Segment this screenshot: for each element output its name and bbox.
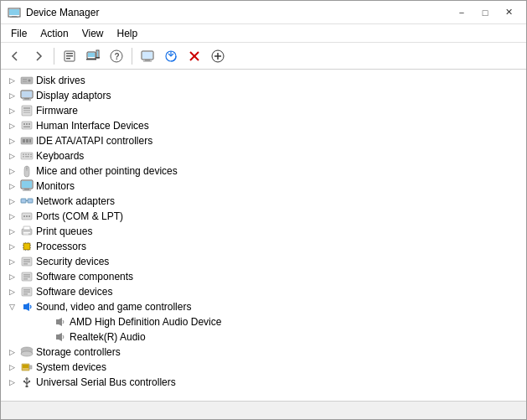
disk-drives-label: Disk drives xyxy=(36,75,85,86)
expand-system-devices[interactable]: ▷ xyxy=(6,361,18,373)
update-button[interactable] xyxy=(82,46,104,66)
tree-item-storage-controllers[interactable]: ▷ Storage controllers xyxy=(1,345,526,360)
display-button[interactable] xyxy=(137,46,158,66)
back-button[interactable] xyxy=(4,46,26,66)
svg-rect-36 xyxy=(23,110,30,111)
realtek-audio-label: Realtek(R) Audio xyxy=(70,331,146,343)
svg-rect-42 xyxy=(23,127,30,128)
svg-rect-61 xyxy=(21,199,26,203)
firmware-label: Firmware xyxy=(36,105,78,117)
menu-action[interactable]: Action xyxy=(34,26,75,41)
usb-controllers-icon xyxy=(20,376,34,389)
svg-rect-49 xyxy=(25,154,27,156)
tree-item-firmware[interactable]: ▷ Firmware xyxy=(1,103,526,118)
expand-firmware[interactable]: ▷ xyxy=(6,105,18,117)
svg-rect-5 xyxy=(66,53,73,54)
svg-rect-7 xyxy=(66,58,70,60)
expand-mice[interactable]: ▷ xyxy=(6,165,18,177)
expand-display-adaptors[interactable]: ▷ xyxy=(6,90,18,101)
expand-processors[interactable]: ▷ xyxy=(6,241,18,252)
menu-view[interactable]: View xyxy=(75,26,111,41)
remove-button[interactable] xyxy=(183,46,205,66)
menu-file[interactable]: File xyxy=(4,26,34,41)
tree-item-usb-controllers[interactable]: ▷ Universal Serial Bus controllers xyxy=(1,375,526,390)
tree-item-ports[interactable]: ▷ Ports (COM & LPT) xyxy=(1,209,526,224)
expand-security-devices[interactable]: ▷ xyxy=(6,256,18,267)
expand-keyboards[interactable]: ▷ xyxy=(6,150,18,162)
tree-item-disk-drives[interactable]: ▷ Disk drives xyxy=(1,73,526,88)
expand-network-adapters[interactable]: ▷ xyxy=(6,195,18,207)
expand-storage-controllers[interactable]: ▷ xyxy=(6,346,18,358)
title-bar: Device Manager − □ ✕ xyxy=(1,1,526,24)
tree-item-software-devices[interactable]: ▷ Software devices xyxy=(1,284,526,299)
svg-point-67 xyxy=(28,215,30,217)
expand-sound-video[interactable]: ▽ xyxy=(6,301,18,313)
svg-rect-83 xyxy=(23,259,30,261)
menu-help[interactable]: Help xyxy=(111,26,145,41)
expand-human-interface[interactable]: ▷ xyxy=(6,120,18,132)
svg-rect-58 xyxy=(22,181,32,188)
display-adaptors-label: Display adaptors xyxy=(36,90,111,101)
scan-button[interactable] xyxy=(160,46,182,66)
svg-point-66 xyxy=(26,215,28,217)
keyboards-icon xyxy=(20,149,34,163)
device-manager-window: Device Manager − □ ✕ File Action View He… xyxy=(0,0,527,420)
add-button[interactable] xyxy=(207,46,229,66)
monitors-label: Monitors xyxy=(36,180,75,192)
expand-ports[interactable]: ▷ xyxy=(6,210,18,222)
maximize-button[interactable]: □ xyxy=(474,5,496,20)
svg-rect-77 xyxy=(25,242,26,243)
forward-button[interactable] xyxy=(28,46,49,66)
svg-rect-92 xyxy=(23,292,30,293)
tree-item-sound-video[interactable]: ▽ Sound, video and game controllers xyxy=(1,299,526,314)
close-button[interactable]: ✕ xyxy=(498,5,519,20)
tree-item-display-adaptors[interactable]: ▷ Display adaptors xyxy=(1,88,526,103)
network-adapters-label: Network adapters xyxy=(36,195,115,207)
realtek-audio-icon xyxy=(54,330,67,344)
svg-rect-105 xyxy=(26,386,28,387)
tree-item-mice[interactable]: ▷ Mice and other pointing devices xyxy=(1,163,526,179)
svg-rect-75 xyxy=(30,245,31,246)
expand-ide-ata[interactable]: ▷ xyxy=(6,135,18,147)
tree-item-processors[interactable]: ▷ Processors xyxy=(1,239,526,254)
tree-item-realtek-audio[interactable]: Realtek(R) Audio xyxy=(1,329,526,345)
svg-rect-102 xyxy=(29,366,32,369)
storage-controllers-label: Storage controllers xyxy=(36,346,121,358)
svg-rect-28 xyxy=(23,79,27,80)
properties-button[interactable] xyxy=(59,46,80,66)
help-button[interactable]: ? xyxy=(106,46,127,66)
svg-rect-26 xyxy=(21,77,33,84)
tree-item-amd-audio[interactable]: AMD High Definition Audio Device xyxy=(1,314,526,329)
expand-print-queues[interactable]: ▷ xyxy=(6,226,18,237)
svg-text:?: ? xyxy=(115,52,120,61)
tree-item-ide-ata[interactable]: ▷ IDE ATA/ATAPI controllers xyxy=(1,133,526,148)
mice-icon xyxy=(20,164,34,178)
svg-rect-54 xyxy=(30,156,32,158)
minimize-button[interactable]: − xyxy=(451,5,473,20)
expand-disk-drives[interactable]: ▷ xyxy=(6,75,18,86)
tree-view[interactable]: ▷ Disk drives ▷ xyxy=(1,70,526,401)
svg-rect-52 xyxy=(23,156,24,158)
expand-monitors[interactable]: ▷ xyxy=(6,180,18,192)
expand-software-devices[interactable]: ▷ xyxy=(6,286,18,298)
svg-rect-93 xyxy=(23,293,28,295)
expand-software-components[interactable]: ▷ xyxy=(6,271,18,283)
tree-item-network-adapters[interactable]: ▷ Network adapters xyxy=(1,194,526,209)
tree-item-monitors[interactable]: ▷ Monitors xyxy=(1,179,526,194)
svg-rect-32 xyxy=(24,98,29,100)
expand-usb-controllers[interactable]: ▷ xyxy=(6,376,18,388)
tree-item-print-queues[interactable]: ▷ Print queues xyxy=(1,224,526,239)
tree-item-human-interface[interactable]: ▷ Human Interface Devices xyxy=(1,118,526,133)
tree-item-software-components[interactable]: ▷ Software components xyxy=(1,269,526,284)
window-controls: − □ ✕ xyxy=(451,5,519,20)
firmware-icon xyxy=(20,104,34,117)
svg-rect-74 xyxy=(23,247,23,248)
tree-item-keyboards[interactable]: ▷ Keyboards xyxy=(1,148,526,163)
tree-item-security-devices[interactable]: ▷ Security devices xyxy=(1,254,526,269)
toolbar: ? xyxy=(1,43,526,70)
system-devices-label: System devices xyxy=(36,361,106,373)
amd-audio-label: AMD High Definition Audio Device xyxy=(70,316,221,328)
tree-item-system-devices[interactable]: ▷ System devices xyxy=(1,360,526,375)
svg-rect-29 xyxy=(23,81,27,82)
svg-marker-95 xyxy=(56,318,62,326)
